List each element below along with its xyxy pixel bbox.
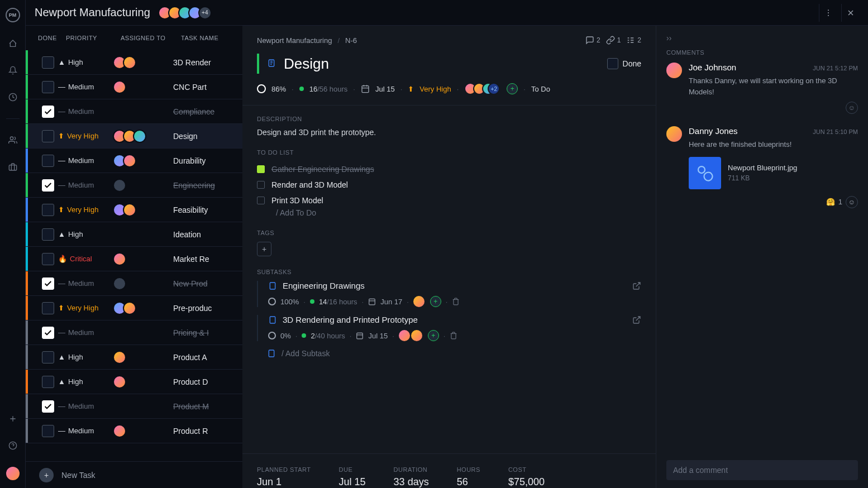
task-row[interactable]: —Medium CNC Part: [26, 75, 242, 99]
subtasks-count[interactable]: 2: [626, 36, 641, 45]
task-row[interactable]: ⬆Very High Feasibility: [26, 198, 242, 222]
task-row[interactable]: —Medium Durability: [26, 149, 242, 173]
task-row[interactable]: —Medium Product R: [26, 419, 242, 443]
col-name[interactable]: TASK NAME: [181, 35, 242, 41]
task-row[interactable]: —Medium Compliance: [26, 99, 242, 124]
more-members[interactable]: +4: [198, 6, 212, 20]
task-row[interactable]: ▲High 3D Render: [26, 50, 242, 75]
todo-checkbox[interactable]: [257, 197, 265, 204]
done-checkbox[interactable]: [42, 228, 54, 241]
task-row[interactable]: ▲High Ideation: [26, 222, 242, 247]
priority-cell[interactable]: —Medium: [58, 402, 113, 410]
assignee-cell[interactable]: [113, 351, 173, 364]
bell-icon[interactable]: [7, 65, 18, 76]
comment-avatar[interactable]: [666, 63, 682, 78]
comment-input[interactable]: Add a comment: [666, 460, 858, 480]
priority-cell[interactable]: 🔥Critical: [58, 255, 113, 263]
task-title[interactable]: Design: [284, 55, 329, 73]
comments-count[interactable]: 2: [585, 36, 600, 45]
plus-icon[interactable]: [7, 413, 18, 424]
attachment[interactable]: Newport Blueprint.jpg 711 KB: [689, 157, 858, 189]
task-row[interactable]: ⬆Very High Pre-produc: [26, 296, 242, 320]
react-button[interactable]: ☺: [846, 102, 858, 114]
react-button[interactable]: ☺: [846, 196, 858, 208]
priority-cell[interactable]: ▲High: [58, 377, 113, 386]
task-row[interactable]: ▲High Product A: [26, 345, 242, 370]
task-row[interactable]: —Medium Pricing & I: [26, 320, 242, 345]
priority-cell[interactable]: ⬆Very High: [58, 205, 113, 214]
add-assignee-button[interactable]: +: [430, 296, 441, 307]
add-assignee-button[interactable]: +: [507, 83, 518, 94]
project-members[interactable]: +4: [161, 6, 212, 20]
assignee-cell[interactable]: [113, 203, 173, 217]
breadcrumb-id[interactable]: N-6: [345, 36, 357, 45]
help-icon[interactable]: [7, 440, 18, 451]
subtask-due[interactable]: Jun 17: [380, 298, 402, 306]
task-row[interactable]: ▲High Product D: [26, 370, 242, 394]
priority-cell[interactable]: ▲High: [58, 58, 113, 66]
reaction-emoji[interactable]: 🤗: [826, 198, 835, 206]
todo-item[interactable]: Render and 3D Model: [257, 177, 641, 193]
open-icon[interactable]: [632, 315, 641, 324]
assignee-cell[interactable]: [113, 80, 173, 94]
assignee-cell[interactable]: [113, 375, 173, 389]
task-row[interactable]: ⬆Very High Design: [26, 124, 242, 149]
clock-icon[interactable]: [7, 92, 18, 103]
done-checkbox[interactable]: [42, 56, 54, 69]
assignee-cell[interactable]: [113, 252, 173, 266]
task-row[interactable]: 🔥Critical Market Re: [26, 247, 242, 271]
due-date[interactable]: Jul 15: [375, 85, 395, 93]
assignee-avatars[interactable]: +2: [464, 83, 500, 95]
links-count[interactable]: 1: [606, 36, 621, 45]
collapse-icon[interactable]: ››: [666, 34, 671, 42]
app-logo[interactable]: PM: [6, 8, 20, 22]
breadcrumb-project[interactable]: Newport Manufacturing: [257, 36, 332, 45]
done-checkbox[interactable]: [42, 376, 54, 388]
done-toggle[interactable]: Done: [607, 58, 641, 69]
done-checkbox[interactable]: [42, 302, 54, 314]
done-checkbox[interactable]: [42, 351, 54, 363]
todo-checkbox[interactable]: [257, 165, 265, 173]
duration-value[interactable]: 33 days: [394, 476, 429, 488]
cost-value[interactable]: $75,000: [508, 476, 545, 488]
col-priority[interactable]: PRIORITY: [66, 35, 121, 41]
assignee-cell[interactable]: [113, 154, 173, 168]
subtask-title-text[interactable]: 3D Rendering and Printed Prototype: [283, 315, 418, 324]
priority-cell[interactable]: —Medium: [58, 279, 113, 288]
task-row[interactable]: —Medium Product M: [26, 394, 242, 419]
priority-cell[interactable]: ▲High: [58, 230, 113, 238]
description-text[interactable]: Design and 3D print the prototype.: [257, 128, 641, 137]
done-checkbox[interactable]: [42, 204, 54, 216]
comment-author[interactable]: Joe Johnson: [689, 63, 736, 72]
subtask-title-text[interactable]: Engineering Drawings: [283, 281, 365, 290]
done-checkbox[interactable]: [42, 155, 54, 167]
assignee-cell[interactable]: [113, 277, 173, 290]
priority-cell[interactable]: —Medium: [58, 181, 113, 189]
task-row[interactable]: —Medium New Prod: [26, 271, 242, 296]
planned-start-value[interactable]: Jun 1: [257, 476, 311, 488]
done-checkbox[interactable]: [42, 179, 54, 192]
user-avatar[interactable]: [6, 467, 20, 480]
briefcase-icon[interactable]: [7, 161, 18, 173]
trash-icon[interactable]: [452, 298, 460, 305]
open-icon[interactable]: [632, 281, 641, 290]
priority-cell[interactable]: —Medium: [58, 328, 113, 337]
add-subtask-button[interactable]: / Add Subtask: [257, 349, 641, 358]
add-assignee-button[interactable]: +: [428, 330, 439, 341]
assignee-cell[interactable]: [113, 56, 173, 69]
priority-cell[interactable]: —Medium: [58, 427, 113, 435]
status-value[interactable]: To Do: [531, 85, 550, 93]
new-task-button[interactable]: + New Task: [26, 461, 242, 488]
priority-cell[interactable]: ▲High: [58, 353, 113, 361]
done-checkbox[interactable]: [42, 327, 54, 339]
trash-icon[interactable]: [450, 332, 457, 339]
home-icon[interactable]: [7, 38, 18, 49]
add-todo-button[interactable]: / Add To Do: [257, 208, 641, 217]
done-checkbox[interactable]: [42, 278, 54, 290]
comment-author[interactable]: Danny Jones: [689, 126, 738, 136]
assignee-cell[interactable]: [113, 302, 173, 315]
close-icon[interactable]: [841, 4, 859, 22]
todo-item[interactable]: Print 3D Model: [257, 193, 641, 208]
more-menu-icon[interactable]: [819, 4, 837, 22]
priority-cell[interactable]: ⬆Very High: [58, 304, 113, 312]
